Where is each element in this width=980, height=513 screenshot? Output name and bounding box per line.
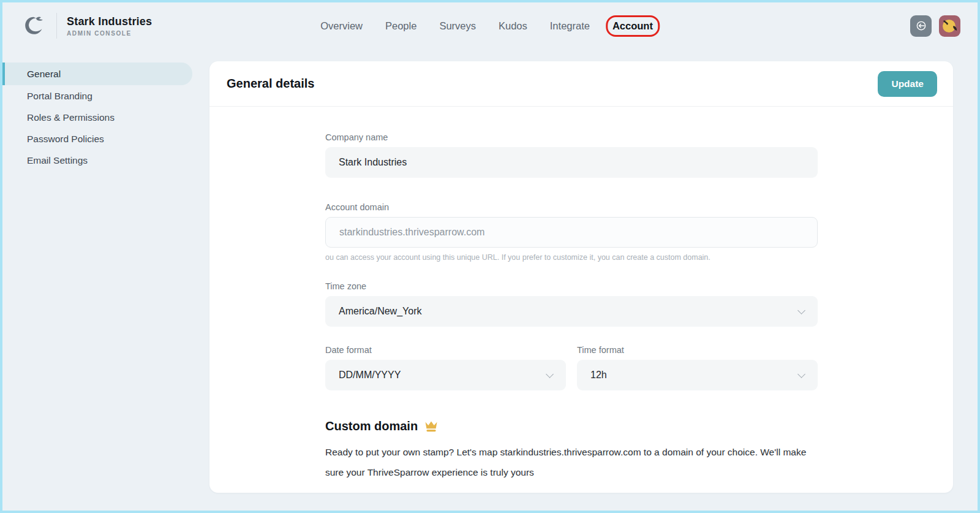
format-row: Date format DD/MM/YYYY Time format 12h <box>325 345 818 390</box>
time-format-select[interactable]: 12h <box>577 360 818 390</box>
sidebar-item-roles-permissions[interactable]: Roles & Permissions <box>2 107 205 128</box>
update-button[interactable]: Update <box>878 71 937 97</box>
company-title: Stark Industries <box>67 15 152 28</box>
time-zone-select[interactable]: America/New_York <box>325 296 818 327</box>
brand-block: Stark Industries ADMIN CONSOLE <box>21 13 152 39</box>
nav-tab-surveys[interactable]: Surveys <box>439 20 476 32</box>
chevron-down-icon <box>797 306 805 314</box>
nav-tab-integrate[interactable]: Integrate <box>550 20 590 32</box>
app-window: Stark Industries ADMIN CONSOLE Overview … <box>0 0 980 513</box>
account-domain-label: Account domain <box>325 202 818 212</box>
settings-sidebar: General Portal Branding Roles & Permissi… <box>2 49 205 511</box>
account-domain-field-group: Account domain ou can access your accoun… <box>325 202 818 262</box>
sidebar-item-portal-branding[interactable]: Portal Branding <box>2 85 205 107</box>
date-format-field-group: Date format DD/MM/YYYY <box>325 345 566 390</box>
nav-tab-account[interactable]: Account <box>612 20 653 32</box>
card-header: General details Update <box>209 61 953 107</box>
crown-icon <box>424 420 439 433</box>
time-zone-label: Time zone <box>325 281 818 291</box>
custom-domain-section: Custom domain Ready to put your own stam… <box>325 419 818 483</box>
sidebar-item-label: Email Settings <box>27 155 88 166</box>
company-name-label: Company name <box>325 132 818 142</box>
sidebar-item-password-policies[interactable]: Password Policies <box>2 128 205 150</box>
date-format-label: Date format <box>325 345 566 355</box>
nav-tab-account-label: Account <box>612 20 653 31</box>
date-format-select[interactable]: DD/MM/YYYY <box>325 360 566 390</box>
nav-tab-kudos[interactable]: Kudos <box>499 20 527 32</box>
page-title: General details <box>227 77 314 91</box>
topbar-actions <box>910 15 960 37</box>
sidebar-item-label: Portal Branding <box>27 91 92 102</box>
time-format-field-group: Time format 12h <box>577 345 818 390</box>
sidebar-item-email-settings[interactable]: Email Settings <box>2 150 205 171</box>
nav-tab-overview[interactable]: Overview <box>320 20 363 32</box>
sidebar-item-general[interactable]: General <box>2 63 192 85</box>
company-name-field-group: Company name <box>325 132 818 178</box>
brand-divider <box>56 13 57 39</box>
time-zone-field-group: Time zone America/New_York <box>325 281 818 327</box>
general-details-card: General details Update Company name Acco… <box>209 61 953 493</box>
account-domain-input[interactable] <box>325 217 818 248</box>
exit-console-button[interactable] <box>910 15 932 37</box>
main-content: General details Update Company name Acco… <box>205 49 978 511</box>
nav-tab-people[interactable]: People <box>385 20 417 32</box>
brand-text: Stark Industries ADMIN CONSOLE <box>67 15 152 37</box>
chevron-down-icon <box>797 370 805 378</box>
chevron-down-icon <box>546 370 554 378</box>
exit-console-icon <box>915 20 927 32</box>
date-format-value: DD/MM/YYYY <box>339 370 401 381</box>
user-avatar[interactable] <box>939 15 960 37</box>
main-nav: Overview People Surveys Kudos Integrate … <box>320 2 653 49</box>
page-body: General Portal Branding Roles & Permissi… <box>2 49 978 511</box>
custom-domain-description: Ready to put your own stamp? Let's map s… <box>325 442 818 483</box>
console-subtitle: ADMIN CONSOLE <box>67 30 152 37</box>
sidebar-item-label: Password Policies <box>27 134 104 145</box>
time-format-value: 12h <box>590 370 607 381</box>
top-bar: Stark Industries ADMIN CONSOLE Overview … <box>2 2 978 49</box>
custom-domain-title-row: Custom domain <box>325 419 818 433</box>
sidebar-item-label: General <box>27 69 61 80</box>
time-format-label: Time format <box>577 345 818 355</box>
general-details-form: Company name Account domain ou can acces… <box>209 107 953 483</box>
bird-avatar-icon <box>939 15 960 37</box>
company-name-input[interactable] <box>325 147 818 178</box>
custom-domain-title: Custom domain <box>325 419 418 433</box>
sparrow-logo-icon <box>21 13 47 39</box>
sidebar-item-label: Roles & Permissions <box>27 112 115 123</box>
account-domain-helper-text: ou can access your account using this un… <box>325 253 818 262</box>
time-zone-value: America/New_York <box>339 306 421 317</box>
